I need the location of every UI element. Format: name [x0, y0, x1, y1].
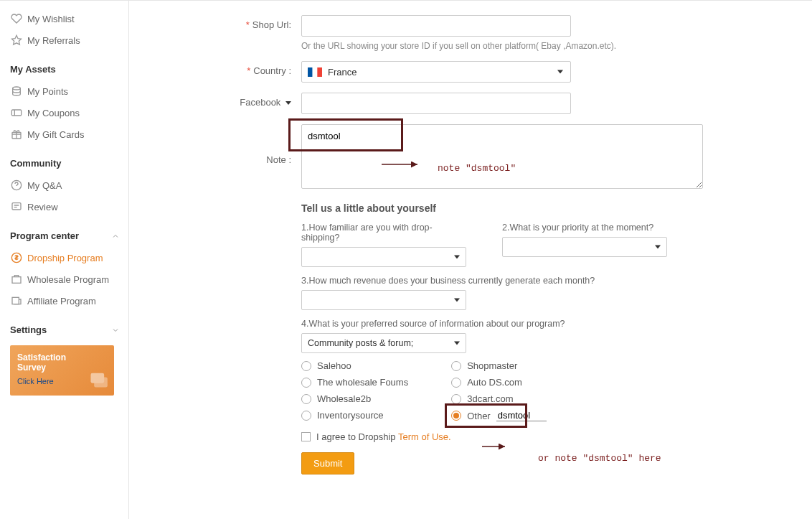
other-input[interactable]: [496, 410, 547, 421]
section-community: Community: [10, 158, 128, 169]
sidebar-item-affiliate[interactable]: Affiliate Program: [10, 290, 128, 312]
q4-label: 4.What is your preferred source of infor…: [301, 319, 776, 329]
sidebar-item-label: My Coupons: [27, 108, 80, 118]
sidebar-item-points[interactable]: My Points: [10, 80, 128, 102]
shop-url-help: Or the URL showing your store ID if you …: [301, 41, 776, 51]
flag-france-icon: [308, 67, 322, 77]
sidebar-item-label: Dropship Program: [27, 253, 103, 263]
sidebar: My Wishlist My Referrals My Assets My Po…: [0, 1, 129, 519]
sidebar-item-referrals[interactable]: My Referrals: [10, 29, 128, 51]
svg-rect-13: [317, 67, 322, 77]
svg-rect-12: [313, 67, 318, 77]
sidebar-item-label: My Q&A: [27, 180, 62, 191]
main-form: *Shop Url: Or the URL showing your store…: [129, 1, 812, 519]
note-label: Note :: [187, 124, 301, 165]
heart-icon: [10, 12, 23, 25]
chevron-down-icon: [111, 326, 120, 335]
star-icon: [10, 34, 23, 47]
country-value: France: [328, 67, 357, 78]
shop-url-input[interactable]: [301, 15, 571, 37]
radio-3dcart[interactable]: 3dcart.com: [451, 393, 547, 404]
submit-button[interactable]: Submit: [301, 452, 354, 474]
svg-rect-5: [12, 203, 21, 210]
caret-down-icon: [454, 342, 460, 345]
question-icon: [10, 179, 23, 192]
radio-other[interactable]: Other: [451, 410, 547, 421]
q1-select[interactable]: [301, 247, 466, 267]
about-heading: Tell us a little about yourself: [301, 202, 776, 214]
radio-wholesale-forums[interactable]: The wholesale Foums: [301, 377, 408, 388]
wholesale-icon: [10, 273, 23, 286]
caret-down-icon: [655, 246, 661, 249]
caret-down-icon: [285, 101, 291, 105]
q3-select[interactable]: [301, 290, 466, 310]
sidebar-item-qa[interactable]: My Q&A: [10, 174, 128, 196]
facebook-label: Facebook: [187, 93, 301, 108]
svg-rect-7: [12, 277, 21, 284]
q2-select[interactable]: [502, 237, 667, 257]
dollar-icon: [10, 251, 23, 264]
annotation-note: note "dsmtool": [438, 163, 516, 174]
q4-select[interactable]: Community posts & forum;: [301, 333, 466, 353]
section-program-center[interactable]: Program center: [10, 230, 128, 241]
svg-rect-2: [11, 110, 21, 116]
caret-down-icon: [454, 299, 460, 302]
sidebar-item-label: Affiliate Program: [27, 296, 96, 307]
section-settings[interactable]: Settings: [10, 324, 128, 335]
q2-label: 2.What is your priority at the moment?: [502, 223, 667, 233]
caret-down-icon: [454, 256, 460, 259]
country-label: *Country :: [187, 61, 301, 76]
terms-link[interactable]: Term of Use.: [398, 431, 451, 442]
sidebar-item-label: My Points: [27, 86, 68, 97]
sidebar-item-label: My Gift Cards: [27, 129, 84, 140]
agree-text: I agree to Dropship Term of Use.: [316, 431, 451, 442]
sidebar-item-label: Review: [27, 202, 58, 212]
svg-rect-11: [308, 67, 313, 77]
affiliate-icon: [10, 294, 23, 307]
survey-line1: Satisfaction: [17, 352, 107, 363]
svg-rect-10: [94, 378, 108, 388]
sidebar-item-coupons[interactable]: My Coupons: [10, 102, 128, 123]
sidebar-item-wishlist[interactable]: My Wishlist: [10, 8, 128, 29]
annotation-other: or note "dsmtool" here: [538, 453, 661, 464]
svg-point-1: [13, 87, 21, 90]
radio-wholesale2b[interactable]: Wholesale2b: [301, 393, 408, 404]
sidebar-item-label: My Wishlist: [27, 14, 75, 24]
radio-inventorysource[interactable]: Inventorysource: [301, 410, 408, 421]
sidebar-item-label: My Referrals: [27, 35, 80, 46]
chevron-up-icon: [111, 232, 120, 240]
sidebar-item-dropship[interactable]: Dropship Program: [10, 247, 128, 268]
radio-shopmaster[interactable]: Shopmaster: [451, 360, 547, 371]
caret-down-icon: [557, 70, 563, 74]
sidebar-item-label: Wholesale Program: [27, 274, 109, 285]
review-icon: [10, 200, 23, 213]
q1-label: 1.How familiar are you with drop-shippin…: [301, 223, 466, 243]
sidebar-item-giftcards[interactable]: My Gift Cards: [10, 123, 128, 145]
shop-url-label: *Shop Url:: [187, 15, 301, 30]
section-my-assets: My Assets: [10, 64, 128, 75]
sidebar-item-review[interactable]: Review: [10, 196, 128, 218]
note-textarea[interactable]: [301, 124, 703, 189]
gift-icon: [10, 128, 23, 141]
radio-salehoo[interactable]: Salehoo: [301, 360, 408, 371]
sidebar-item-wholesale[interactable]: Wholesale Program: [10, 268, 128, 290]
agree-checkbox[interactable]: [301, 432, 311, 441]
country-select[interactable]: France: [301, 61, 571, 83]
coins-icon: [10, 85, 23, 98]
svg-marker-0: [11, 35, 21, 45]
satisfaction-survey[interactable]: Satisfaction Survey Click Here: [10, 345, 114, 396]
coupon-icon: [10, 106, 23, 119]
svg-rect-8: [12, 297, 19, 304]
radio-autods[interactable]: Auto DS.com: [451, 377, 547, 388]
q3-label: 3.How much revenue does your business cu…: [301, 276, 776, 286]
chat-icon: [88, 370, 108, 390]
facebook-input[interactable]: [301, 93, 571, 114]
